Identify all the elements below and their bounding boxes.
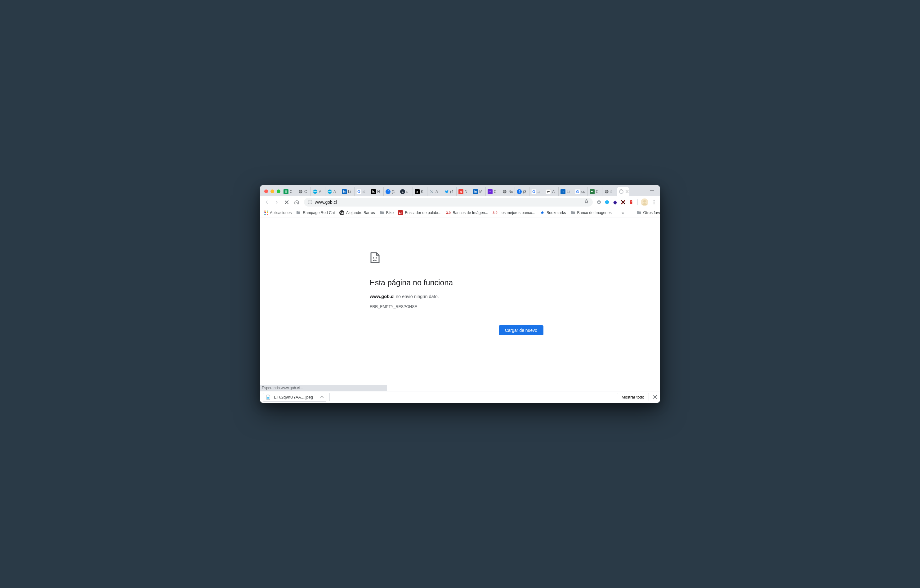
extensions-area bbox=[596, 198, 658, 206]
tab-title: A bbox=[334, 190, 336, 194]
home-button[interactable] bbox=[292, 198, 301, 207]
browser-window: CCAAinLishb.Hf(1asaKA(4NNinM≡CNuevaf(3al… bbox=[260, 185, 660, 403]
tab-13[interactable]: inM bbox=[471, 187, 486, 196]
chrome-menu-button[interactable] bbox=[650, 200, 658, 204]
bookmark-icon: 3.0 bbox=[492, 210, 497, 215]
tab-12[interactable]: NN bbox=[457, 187, 471, 196]
loading-spinner-icon bbox=[619, 189, 624, 194]
bookmark-star-icon[interactable] bbox=[584, 199, 589, 205]
extension-icon-2[interactable] bbox=[604, 199, 610, 205]
tab-favicon: b. bbox=[371, 189, 376, 194]
new-tab-button[interactable] bbox=[648, 186, 656, 195]
tab-title: al bbox=[538, 190, 540, 194]
tab-4[interactable]: inLi bbox=[340, 187, 355, 196]
back-arrow-icon bbox=[264, 199, 270, 205]
tab-9[interactable]: aK bbox=[413, 187, 428, 196]
tab-19[interactable]: inLi bbox=[559, 187, 573, 196]
extension-icon-5[interactable] bbox=[628, 199, 634, 205]
bookmark-item-1[interactable]: ABAlejandro Barros bbox=[339, 210, 375, 215]
profile-avatar[interactable] bbox=[641, 198, 648, 206]
apps-shortcut[interactable]: Aplicaciones bbox=[263, 210, 292, 215]
downloads-divider bbox=[329, 393, 330, 401]
tab-title: 5 bbox=[611, 190, 612, 194]
show-all-downloads-button[interactable]: Mostrar todo bbox=[617, 393, 649, 401]
tab-3[interactable]: A bbox=[326, 187, 340, 196]
tab-11[interactable]: (4 bbox=[442, 187, 457, 196]
tab-favicon: f bbox=[385, 189, 390, 194]
tab-favicon bbox=[283, 189, 288, 194]
bookmark-icon: LT bbox=[398, 210, 403, 215]
tab-active[interactable] bbox=[617, 187, 629, 196]
svg-rect-15 bbox=[631, 201, 632, 201]
other-bookmarks[interactable]: Otros favoritos bbox=[637, 210, 660, 215]
download-item[interactable]: ET62q9nUYAA....jpeg bbox=[263, 393, 326, 402]
window-minimize-button[interactable] bbox=[270, 190, 274, 193]
reload-button[interactable]: Cargar de nuevo bbox=[499, 325, 543, 335]
svg-rect-6 bbox=[590, 190, 594, 194]
bookmarks-bar: Aplicaciones Rampage Red CatABAlejandro … bbox=[260, 208, 660, 217]
tab-title: C bbox=[304, 190, 307, 194]
svg-point-7 bbox=[591, 191, 592, 192]
error-code: ERR_EMPTY_RESPONSE bbox=[370, 305, 543, 309]
bookmark-item-7[interactable]: Banco de Imagenes bbox=[570, 210, 612, 215]
tab-title: sh bbox=[363, 190, 367, 194]
close-downloads-bar-button[interactable] bbox=[653, 394, 657, 400]
tab-6[interactable]: b.H bbox=[369, 187, 384, 196]
tab-title: A bbox=[436, 190, 438, 194]
bookmark-item-0[interactable]: Rampage Red Cat bbox=[296, 210, 335, 215]
tab-18[interactable]: WAl bbox=[544, 187, 559, 196]
bookmark-item-6[interactable]: Bookmarks bbox=[540, 210, 566, 215]
tab-20[interactable]: co bbox=[573, 187, 588, 196]
bookmark-item-4[interactable]: 3.0Bancos de Imágen... bbox=[446, 210, 488, 215]
bookmark-label: Bancos de Imágen... bbox=[453, 211, 488, 215]
tab-10[interactable]: A bbox=[428, 187, 442, 196]
tab-favicon bbox=[604, 189, 609, 194]
page-content: Esta página no funciona www.gob.cl no en… bbox=[260, 217, 660, 391]
site-info-icon[interactable] bbox=[308, 200, 313, 204]
tab-favicon bbox=[531, 189, 536, 194]
stop-button[interactable] bbox=[282, 198, 291, 207]
error-host: www.gob.cl bbox=[370, 294, 395, 299]
extension-icon-3[interactable] bbox=[612, 199, 618, 205]
tab-22[interactable]: 5 bbox=[603, 187, 617, 196]
tab-title: Li bbox=[348, 190, 351, 194]
tab-17[interactable]: al bbox=[530, 187, 544, 196]
tab-7[interactable]: f(1 bbox=[384, 187, 398, 196]
forward-button[interactable] bbox=[272, 198, 281, 207]
bookmark-item-3[interactable]: LTBuscador de palabr... bbox=[398, 210, 441, 215]
tab-21[interactable]: C bbox=[588, 187, 603, 196]
bookmark-item-5[interactable]: 3.0Los mejores banco... bbox=[492, 210, 535, 215]
svg-point-11 bbox=[310, 201, 311, 202]
download-menu-chevron[interactable] bbox=[321, 395, 324, 399]
address-bar[interactable]: www.gob.cl bbox=[304, 198, 593, 207]
tab-1[interactable]: C bbox=[296, 187, 311, 196]
tab-close-button[interactable] bbox=[626, 190, 628, 194]
window-maximize-button[interactable] bbox=[277, 190, 280, 193]
svg-rect-20 bbox=[376, 258, 377, 259]
tab-title: Al bbox=[552, 190, 556, 194]
tab-title: (1 bbox=[392, 190, 395, 194]
error-title: Esta página no funciona bbox=[370, 278, 543, 287]
bookmark-icon bbox=[379, 210, 384, 215]
tab-0[interactable]: C bbox=[282, 187, 296, 196]
tab-16[interactable]: f(3 bbox=[515, 187, 530, 196]
tab-15[interactable]: Nueva bbox=[500, 187, 515, 196]
bookmarks-overflow-button[interactable]: » bbox=[620, 210, 625, 215]
tab-favicon: in bbox=[560, 189, 565, 194]
back-button[interactable] bbox=[262, 198, 271, 207]
tab-2[interactable]: A bbox=[311, 187, 326, 196]
bookmark-icon: AB bbox=[339, 210, 344, 215]
url-text: www.gob.cl bbox=[315, 200, 337, 205]
tab-favicon bbox=[590, 189, 594, 194]
bookmark-item-2[interactable]: Bike bbox=[379, 210, 394, 215]
tab-favicon bbox=[429, 189, 434, 194]
bookmark-label: Los mejores banco... bbox=[499, 211, 535, 215]
tab-5[interactable]: sh bbox=[355, 187, 369, 196]
tab-14[interactable]: ≡C bbox=[486, 187, 500, 196]
tab-favicon: ≡ bbox=[488, 189, 492, 194]
extension-icon-4[interactable] bbox=[620, 199, 626, 205]
bookmark-label: Bookmarks bbox=[547, 211, 566, 215]
window-close-button[interactable] bbox=[264, 190, 268, 193]
extension-icon-1[interactable] bbox=[596, 199, 602, 205]
tab-8[interactable]: as bbox=[398, 187, 413, 196]
